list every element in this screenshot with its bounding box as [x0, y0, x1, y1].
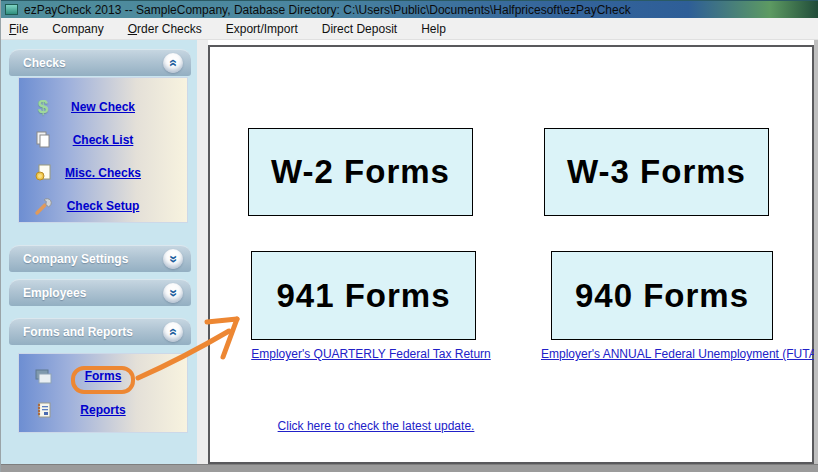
chevron-up-icon: «	[167, 328, 181, 336]
forms-and-reports-group-title: Forms and Reports	[23, 319, 133, 346]
menu-file[interactable]: File	[1, 18, 40, 40]
app-window: ezPayCheck 2013 -- SampleCompany, Databa…	[0, 0, 818, 472]
menu-company[interactable]: Company	[40, 18, 115, 40]
checks-collapse-button[interactable]: «	[163, 53, 183, 73]
company-settings-expand-button[interactable]: «	[163, 249, 183, 269]
menu-help-rest: Help	[421, 22, 446, 36]
window-frame-right	[814, 40, 818, 464]
employees-expand-button[interactable]: «	[163, 283, 183, 303]
menu-order-checks-accel: O	[128, 22, 137, 36]
checks-group-title: Checks	[23, 50, 66, 77]
w3-forms-label: W-3 Forms	[567, 153, 746, 191]
sidebar-item-new-check[interactable]: $ New Check	[19, 95, 187, 119]
sidebar-item-check-setup[interactable]: Check Setup	[19, 194, 187, 218]
menu-direct-deposit-rest: Direct Deposit	[322, 22, 397, 36]
menu-help[interactable]: Help	[409, 18, 458, 40]
misc-checks-icon	[32, 162, 54, 184]
forms-icon	[32, 365, 54, 387]
941-forms-button[interactable]: 941 Forms	[251, 251, 476, 340]
app-icon	[5, 4, 18, 15]
940-forms-label: 940 Forms	[575, 277, 749, 315]
reports-icon	[32, 399, 54, 421]
sidebar: Checks « $ New Check Check List	[1, 40, 197, 464]
940-futa-link[interactable]: Employer's ANNUAL Federal Unemployment (…	[541, 347, 813, 361]
941-forms-label: 941 Forms	[276, 277, 450, 315]
check-update-link[interactable]: Click here to check the latest update.	[261, 419, 491, 433]
sidebar-group-company-settings[interactable]: Company Settings «	[9, 245, 191, 272]
menu-company-rest: Company	[52, 22, 103, 36]
menu-export-import-rest: Export/Import	[226, 22, 298, 36]
menu-order-checks[interactable]: Order Checks	[116, 18, 214, 40]
wrench-icon	[32, 195, 54, 217]
sidebar-main-divider	[197, 40, 208, 464]
window-title: ezPayCheck 2013 -- SampleCompany, Databa…	[24, 2, 631, 18]
menu-order-checks-rest: rder Checks	[137, 22, 202, 36]
copy-icon	[32, 129, 54, 151]
title-bar: ezPayCheck 2013 -- SampleCompany, Databa…	[1, 0, 818, 18]
window-frame-bottom	[1, 464, 818, 472]
sidebar-item-forms[interactable]: Forms	[19, 364, 187, 388]
menu-file-rest: ile	[16, 22, 28, 36]
940-forms-button[interactable]: 940 Forms	[551, 251, 773, 340]
company-settings-group-title: Company Settings	[23, 246, 128, 273]
menu-export-import[interactable]: Export/Import	[214, 18, 310, 40]
chevron-down-icon: «	[165, 255, 179, 263]
w2-forms-button[interactable]: W-2 Forms	[248, 128, 473, 216]
w2-forms-label: W-2 Forms	[271, 153, 450, 191]
employees-group-title: Employees	[23, 280, 86, 307]
w3-forms-button[interactable]: W-3 Forms	[544, 128, 769, 216]
menu-direct-deposit[interactable]: Direct Deposit	[310, 18, 409, 40]
checks-panel: $ New Check Check List	[18, 77, 188, 223]
forms-and-reports-panel: Forms Reports	[18, 353, 188, 433]
sidebar-item-misc-checks[interactable]: Misc. Checks	[19, 161, 187, 185]
sidebar-item-check-list[interactable]: Check List	[19, 128, 187, 152]
chevron-up-icon: «	[167, 59, 181, 67]
forms-and-reports-collapse-button[interactable]: «	[163, 322, 183, 342]
sidebar-item-reports[interactable]: Reports	[19, 398, 187, 422]
menu-bar: File Company Order Checks Export/Import …	[1, 18, 818, 40]
dollar-icon: $	[32, 96, 54, 118]
sidebar-group-employees[interactable]: Employees «	[9, 279, 191, 306]
sidebar-group-checks[interactable]: Checks «	[9, 49, 191, 76]
chevron-down-icon: «	[165, 289, 179, 297]
941-quarterly-return-link[interactable]: Employer's QUARTERLY Federal Tax Return	[241, 347, 501, 361]
sidebar-group-forms-and-reports[interactable]: Forms and Reports «	[9, 318, 191, 345]
